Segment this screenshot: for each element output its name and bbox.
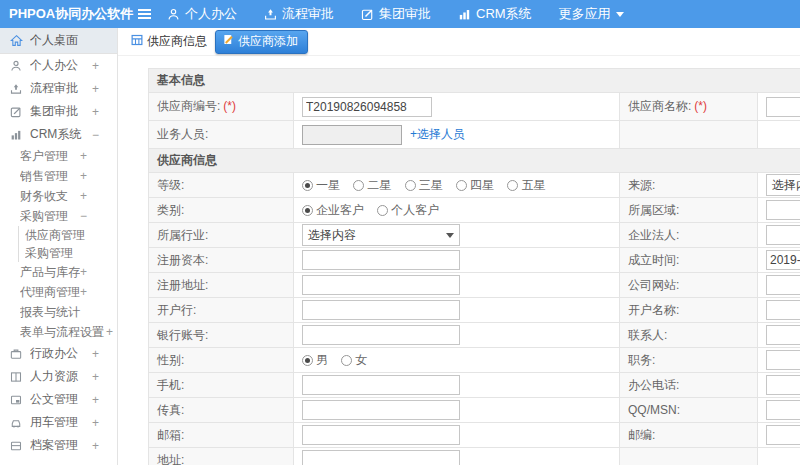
field-label: 来源: bbox=[620, 173, 758, 198]
region-input[interactable] bbox=[766, 200, 800, 220]
field-label: 供应商名称:(*) bbox=[620, 93, 758, 121]
sidebar-item-document-mgmt[interactable]: 公文管理 + bbox=[0, 388, 117, 411]
source-select[interactable]: 选择内容 bbox=[766, 174, 800, 196]
radio-option[interactable]: 五星 bbox=[507, 177, 545, 194]
reg-address-input[interactable] bbox=[302, 275, 460, 295]
sidebar-item-purchasing[interactable]: 采购管理 bbox=[0, 244, 117, 262]
radio-option[interactable]: 二星 bbox=[353, 177, 391, 194]
email-input[interactable] bbox=[302, 425, 460, 445]
field-label: 公司网站: bbox=[620, 273, 758, 298]
sidebar-item-label: 流程审批 bbox=[30, 80, 92, 97]
topnav-group-approval[interactable]: 集团审批 bbox=[361, 5, 431, 23]
expand-indicator: + bbox=[92, 416, 99, 430]
legal-person-input[interactable] bbox=[766, 225, 800, 245]
radio-icon bbox=[507, 180, 518, 191]
topbar: PHPOA协同办公软件 个人办公 流程审批 集团审批 CRM系统 更多应用 bbox=[0, 0, 800, 28]
sidebar-item-label: 个人桌面 bbox=[30, 32, 99, 49]
sidebar-item-customer-mgmt[interactable]: 客户管理 + bbox=[0, 146, 117, 166]
sidebar-item-workflow-approval[interactable]: 流程审批 + bbox=[0, 77, 117, 100]
tab-supplier-info[interactable]: 供应商信息 bbox=[131, 33, 207, 50]
website-input[interactable] bbox=[766, 275, 800, 295]
sidebar-item-hr[interactable]: 人力资源 + bbox=[0, 365, 117, 388]
expand-indicator: + bbox=[80, 285, 87, 299]
field-label: 手机: bbox=[149, 373, 294, 398]
topnav-personal-office[interactable]: 个人办公 bbox=[167, 5, 237, 23]
sidebar-item-label: 报表与统计 bbox=[20, 304, 87, 321]
sidebar-item-label: 财务收支 bbox=[20, 188, 80, 205]
radio-icon bbox=[405, 180, 416, 191]
sidebar-item-label: 采购管理 bbox=[25, 245, 87, 262]
radio-option[interactable]: 四星 bbox=[456, 177, 494, 194]
fax-input[interactable] bbox=[302, 400, 460, 420]
radio-icon bbox=[353, 180, 364, 191]
sidebar-item-crm-system[interactable]: CRM系统 − bbox=[0, 123, 117, 146]
mobile-input[interactable] bbox=[302, 375, 460, 395]
radio-option[interactable]: 男 bbox=[302, 352, 328, 369]
sidebar-item-personal-office[interactable]: 个人办公 + bbox=[0, 54, 117, 77]
sidebar-item-reports[interactable]: 报表与统计 bbox=[0, 302, 117, 322]
edit-icon bbox=[361, 8, 374, 21]
form-content: 基本信息 供应商编号:(*) 供应商名称:(*) 业务人员: +选择人员 供应商… bbox=[118, 56, 800, 465]
contact-input[interactable] bbox=[766, 325, 800, 345]
field-label: 成立时间: bbox=[620, 248, 758, 273]
qq-msn-input[interactable] bbox=[766, 400, 800, 420]
position-input[interactable] bbox=[766, 350, 800, 370]
sidebar-item-label: 人力资源 bbox=[30, 368, 92, 385]
topnav-workflow-approval[interactable]: 流程审批 bbox=[264, 5, 334, 23]
radio-option[interactable]: 个人客户 bbox=[377, 202, 439, 219]
sidebar-item-sales-mgmt[interactable]: 销售管理 + bbox=[0, 166, 117, 186]
topnav-label: 个人办公 bbox=[185, 5, 237, 23]
sidebar-item-admin-office[interactable]: 行政办公 + bbox=[0, 342, 117, 365]
archive-icon bbox=[10, 439, 23, 452]
choose-person-link[interactable]: +选择人员 bbox=[410, 127, 465, 141]
sidebar-item-label: 行政办公 bbox=[30, 345, 92, 362]
sidebar-item-label: 用车管理 bbox=[30, 414, 92, 431]
field-label: 注册资本: bbox=[149, 248, 294, 273]
caret-down-icon bbox=[446, 233, 454, 238]
sidebar-item-group-approval[interactable]: 集团审批 + bbox=[0, 100, 117, 123]
tab-supplier-add[interactable]: 供应商添加 bbox=[215, 30, 308, 54]
sidebar-item-agent-mgmt[interactable]: 代理商管理 + bbox=[0, 282, 117, 302]
field-label: 类别: bbox=[149, 198, 294, 223]
sidebar-item-vehicle-mgmt[interactable]: 用车管理 + bbox=[0, 411, 117, 434]
office-phone-input[interactable] bbox=[766, 375, 800, 395]
bank-account-input[interactable] bbox=[302, 325, 460, 345]
expand-indicator: + bbox=[80, 189, 87, 203]
topnav-crm-system[interactable]: CRM系统 bbox=[458, 5, 532, 23]
supplier-no-input[interactable] bbox=[302, 97, 432, 117]
field-label: 业务人员: bbox=[149, 121, 294, 149]
supplier-name-input[interactable] bbox=[766, 97, 800, 117]
sidebar-item-supplier-mgmt[interactable]: 供应商管理 bbox=[0, 226, 117, 244]
add-page-icon bbox=[223, 34, 234, 48]
founded-date-input[interactable] bbox=[766, 250, 800, 270]
bar-chart-icon bbox=[10, 128, 23, 141]
zipcode-input[interactable] bbox=[766, 425, 800, 445]
field-label: 邮箱: bbox=[149, 423, 294, 448]
topnav-more-apps[interactable]: 更多应用 bbox=[559, 5, 624, 23]
sidebar-item-form-flow-settings[interactable]: 表单与流程设置 + bbox=[0, 322, 117, 342]
expand-indicator: + bbox=[106, 325, 113, 339]
reg-capital-input[interactable] bbox=[302, 250, 460, 270]
address-input[interactable] bbox=[302, 450, 460, 465]
radio-option[interactable]: 企业客户 bbox=[302, 202, 364, 219]
form-row: 所属行业: 选择内容 企业法人: bbox=[149, 223, 800, 248]
topnav-label: 集团审批 bbox=[379, 5, 431, 23]
radio-option[interactable]: 女 bbox=[341, 352, 367, 369]
sidebar-item-finance[interactable]: 财务收支 + bbox=[0, 186, 117, 206]
sidebar-item-archive-mgmt[interactable]: 档案管理 + bbox=[0, 434, 117, 457]
industry-select[interactable]: 选择内容 bbox=[302, 224, 460, 246]
account-name-input[interactable] bbox=[766, 300, 800, 320]
hamburger-menu-icon[interactable] bbox=[138, 7, 151, 21]
business-person-input[interactable] bbox=[302, 125, 402, 145]
form-row: 等级: 一星 二星 三星 四星 五星 来源: 选择内容 bbox=[149, 173, 800, 198]
bank-input[interactable] bbox=[302, 300, 460, 320]
radio-option[interactable]: 三星 bbox=[405, 177, 443, 194]
main-area: 供应商信息 供应商添加 基本信息 供应商编号:(*) 供应商名称:(*) bbox=[118, 28, 800, 465]
form-row: 银行账号: 联系人: bbox=[149, 323, 800, 348]
sidebar-item-personal-desktop[interactable]: 个人桌面 bbox=[0, 28, 117, 54]
sidebar-item-product-inventory[interactable]: 产品与库存 + bbox=[0, 262, 117, 282]
sidebar-item-label: 销售管理 bbox=[20, 168, 80, 185]
sidebar-item-purchase-mgmt[interactable]: 采购管理 − bbox=[0, 206, 117, 226]
sidebar-item-label: 供应商管理 bbox=[25, 227, 87, 244]
radio-option[interactable]: 一星 bbox=[302, 177, 340, 194]
